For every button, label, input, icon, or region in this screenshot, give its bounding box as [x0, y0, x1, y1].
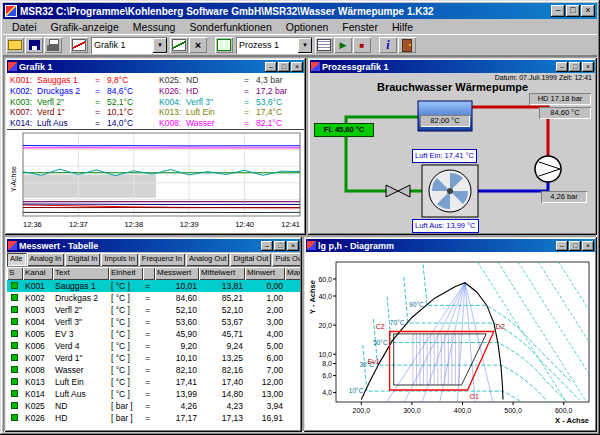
chevron-down-icon[interactable]: ▼	[153, 38, 167, 53]
column-header-einheit[interactable]: Einheit	[109, 267, 143, 280]
prozess-titlebar[interactable]: Prozessgrafik 1	[310, 60, 595, 73]
menu-hilfe[interactable]: Hilfe	[385, 20, 420, 34]
messwert-titlebar[interactable]: Messwert - Tabelle	[7, 239, 300, 252]
cell-text: Wasser	[53, 364, 109, 376]
hd-pressure-box: HD 17,18 bar	[529, 93, 591, 105]
table-tabbar: AlleAnalog InDigital InImpuls InFrequenz…	[7, 252, 300, 267]
menu-messung[interactable]: Messung	[126, 20, 183, 34]
graph-select-value: Grafik 1	[94, 40, 153, 50]
close-chart-icon[interactable]	[189, 37, 207, 53]
svg-text:O1: O1	[470, 393, 479, 400]
menu-grafik-anzeige[interactable]: Grafik-anzeige	[44, 20, 126, 34]
messwert-minimize-button[interactable]	[261, 241, 273, 251]
ph-titlebar[interactable]: lg p,h - Diagramm	[306, 239, 595, 252]
minimize-button[interactable]	[551, 5, 565, 17]
menu-datei[interactable]: Datei	[5, 20, 44, 34]
column-header-text[interactable]: Text	[53, 267, 109, 280]
prozess-close-button[interactable]	[582, 62, 594, 72]
legend-channel: K004:	[159, 97, 186, 108]
cell-eq: =	[143, 340, 155, 352]
start-measurement-icon[interactable]	[334, 37, 352, 53]
table-row[interactable]: K004Verfl 3"[ °C ]=53,6053,673,00	[7, 316, 300, 328]
table-row[interactable]: K006Verd 4[ °C ]=9,209,245,00	[7, 340, 300, 352]
main-titlebar[interactable]: MSR32 C:\Programme\Kohlenberg Software G…	[3, 3, 597, 19]
messwert-window-icon	[8, 241, 17, 250]
svg-text:60,0: 60,0	[318, 276, 332, 283]
prozess-maximize-button[interactable]	[569, 62, 581, 72]
process-select[interactable]: Prozess 1▼	[236, 37, 312, 54]
menu-fenster[interactable]: Fenster	[335, 20, 385, 34]
ph-body: 4,06,08,010,020,040,060,0200,0300,0400,0…	[306, 252, 595, 430]
mdi-workspace: Grafik 1 K001:Sauggas 1=9,8°CK002:Druckg…	[3, 56, 597, 432]
column-header-maxwert[interactable]: Maxwert	[285, 267, 300, 280]
chevron-down-icon[interactable]: ▼	[298, 38, 312, 53]
legend-entry: K008:Wasser=82,1°C	[159, 118, 304, 129]
tab-digital-out[interactable]: Digital Out	[230, 253, 271, 266]
tab-digital-in[interactable]: Digital In	[65, 253, 100, 266]
messwert-maximize-button[interactable]	[274, 241, 286, 251]
graph-select[interactable]: Grafik 1▼	[91, 37, 167, 54]
svg-text:20,0: 20,0	[318, 322, 332, 329]
menu-optionen[interactable]: Optionen	[279, 20, 336, 34]
column-header-s[interactable]: S	[7, 267, 23, 280]
prozess-minimize-button[interactable]	[556, 62, 568, 72]
grafik-minimize-button[interactable]	[265, 62, 277, 72]
close-button[interactable]	[581, 5, 595, 17]
tab-analog-in[interactable]: Analog In	[27, 253, 65, 266]
legend-eq: =	[95, 86, 107, 97]
column-header-eq[interactable]	[143, 267, 155, 280]
cell-messwert: 45,90	[155, 328, 199, 340]
maximize-button[interactable]	[566, 5, 580, 17]
tab-frequenz-in[interactable]: Frequenz In	[139, 253, 185, 266]
cell-maxwert	[285, 400, 300, 412]
messwert-close-button[interactable]	[287, 241, 299, 251]
table-row[interactable]: K014Luft Aus[ °C ]=13,9914,8013,00	[7, 388, 300, 400]
table-row[interactable]: K001Sauggas 1[ °C ]=10,0113,810,00	[7, 280, 300, 292]
cell-einheit: [ °C ]	[109, 328, 143, 340]
legend-value: 53,6°C	[256, 97, 304, 108]
save-icon[interactable]	[25, 37, 43, 53]
table-row[interactable]: K025ND[ bar ]=4,264,233,94	[7, 400, 300, 412]
ph-close-button[interactable]	[582, 241, 594, 251]
table-row[interactable]: K003Verfl 2"[ °C ]=52,1052,102,00	[7, 304, 300, 316]
legend-label: Druckgas 2	[37, 86, 95, 97]
legend-entry: K026:HD=17,2 bar	[159, 86, 304, 97]
table-row[interactable]: K008Wasser[ °C ]=82,1082,167,00	[7, 364, 300, 376]
column-header-mittelwert[interactable]: Mittelwert	[199, 267, 245, 280]
value-table-icon[interactable]	[315, 37, 333, 53]
tab-analog-out[interactable]: Analog Out	[186, 253, 230, 266]
cell-kanal: K025	[23, 400, 53, 412]
ph-maximize-button[interactable]	[569, 241, 581, 251]
tab-alle[interactable]: Alle	[7, 253, 26, 266]
table-row[interactable]: K007Verd 1"[ °C ]=10,1013,256,00	[7, 352, 300, 364]
ph-minimize-button[interactable]	[556, 241, 568, 251]
grafik-close-button[interactable]	[291, 62, 303, 72]
process-graphic-icon[interactable]	[215, 37, 233, 53]
menu-sonderfunktionen[interactable]: Sonderfunktionen	[182, 20, 278, 34]
column-header-messwert[interactable]: Messwert	[155, 267, 199, 280]
stop-measurement-icon[interactable]	[353, 37, 371, 53]
discharge-pipe	[472, 107, 548, 156]
cell-kanal: K008	[23, 364, 53, 376]
grafik-maximize-button[interactable]	[278, 62, 290, 72]
open-file-icon[interactable]	[6, 37, 24, 53]
trend-chart-icon[interactable]	[70, 37, 88, 53]
column-header-minwert[interactable]: Minwert	[245, 267, 285, 280]
table-row[interactable]: K002Druckgas 2[ °C ]=84,6085,211,00	[7, 292, 300, 304]
tab-impuls-in[interactable]: Impuls In	[101, 253, 137, 266]
cell-einheit: [ °C ]	[109, 388, 143, 400]
legend-label: Wasser	[186, 118, 244, 129]
table-row[interactable]: K026HD[ bar ]=17,1717,1316,91	[7, 412, 300, 424]
column-header-kanal[interactable]: Kanal	[23, 267, 53, 280]
info-icon[interactable]	[379, 37, 397, 53]
nd-pressure-box: 4,26 bar	[541, 191, 587, 203]
new-chart-icon[interactable]	[170, 37, 188, 53]
exit-icon[interactable]	[398, 37, 416, 53]
table-row[interactable]: K005EV 3[ °C ]=45,9045,714,00	[7, 328, 300, 340]
tab-puls-out[interactable]: Puls Out	[272, 253, 300, 266]
legend-value: 9,8°C	[107, 75, 156, 86]
grafik-titlebar[interactable]: Grafik 1	[7, 60, 304, 73]
table-row[interactable]: K013Luft Ein[ °C ]=17,4117,4012,00	[7, 376, 300, 388]
cell-eq: =	[143, 364, 155, 376]
print-icon[interactable]	[44, 37, 62, 53]
